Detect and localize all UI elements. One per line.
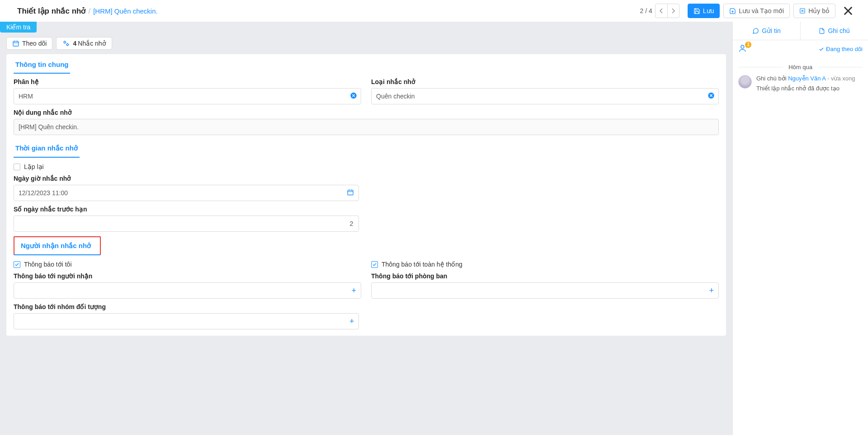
save-button[interactable]: Lưu: [688, 4, 720, 18]
plus-icon[interactable]: +: [709, 286, 714, 295]
svg-point-11: [64, 41, 66, 43]
calendar-icon: [12, 40, 19, 47]
pager-next[interactable]: [667, 4, 679, 18]
close-icon: [842, 5, 854, 17]
plus-icon[interactable]: +: [351, 286, 356, 295]
section-general[interactable]: Thông tin chung: [14, 54, 70, 74]
type-select[interactable]: Quên checkin: [371, 88, 719, 104]
check-icon: [819, 47, 824, 52]
form-card: Thông tin chung Phân hệ HRM Loại nhắc nh…: [6, 54, 726, 336]
note-prefix: Ghi chú bởi: [756, 75, 788, 82]
notify-dept-label: Thông báo tới phòng ban: [371, 272, 719, 280]
gears-icon: [62, 40, 70, 47]
notify-group-select[interactable]: +: [14, 313, 359, 329]
notify-all-label: Thông báo tới toàn hệ thống: [382, 261, 462, 268]
notify-recipient-label: Thông báo tới người nhận: [14, 272, 361, 280]
save-new-label: Lưu và Tạo mới: [739, 7, 784, 14]
day-divider: Hôm qua: [738, 63, 863, 70]
svg-point-19: [741, 45, 744, 48]
follower-avatar[interactable]: 1: [738, 44, 748, 54]
calendar-icon[interactable]: [347, 189, 354, 197]
following-label: Đang theo dõi: [826, 46, 863, 52]
datetime-value: 12/12/2023 11:00: [19, 189, 68, 197]
note-author[interactable]: Nguyễn Văn A: [788, 75, 826, 82]
content-label: Nội dung nhắc nhở: [14, 109, 719, 116]
save-icon: [693, 8, 700, 14]
save-new-icon: [729, 8, 736, 14]
breadcrumb: Thiết lập nhắc nhở / [HRM] Quên checkin.: [17, 6, 158, 16]
side-panel: Gửi tin Ghi chú 1 Đang theo dõi Hôm qua: [732, 22, 868, 435]
log-note: Ghi chú bởi Nguyễn Văn A - vừa xong Thiế…: [733, 74, 868, 93]
main-panel: Kiểm tra Theo dõi 4 Nhắc nhở Thông tin c…: [0, 22, 732, 435]
repeat-label: Lặp lại: [24, 163, 44, 170]
tab-note[interactable]: Ghi chú: [800, 22, 868, 40]
notify-group-label: Thông báo tới nhóm đối tượng: [14, 303, 359, 310]
type-value: Quên checkin: [376, 93, 415, 100]
notify-recipient-select[interactable]: +: [14, 282, 361, 299]
datetime-label: Ngày giờ nhắc nhở: [14, 175, 359, 182]
breadcrumb-sep: /: [88, 7, 90, 16]
note-icon: [819, 28, 825, 34]
svg-point-12: [67, 44, 69, 46]
days-before-value: 2: [19, 220, 353, 227]
follower-count-badge: 1: [745, 42, 751, 48]
following-link[interactable]: Đang theo dõi: [819, 46, 863, 52]
save-new-button[interactable]: Lưu và Tạo mới: [723, 4, 790, 18]
svg-rect-7: [13, 41, 19, 46]
days-before-input[interactable]: 2: [14, 216, 359, 232]
subsystem-value: HRM: [19, 93, 33, 100]
pager-text: 2 / 4: [640, 7, 652, 14]
reminders-label: Nhắc nhở: [78, 40, 106, 47]
section-recipients[interactable]: Người nhận nhắc nhở: [14, 236, 101, 255]
notify-me-checkbox[interactable]: Thông báo tới tôi: [14, 261, 361, 268]
cancel-icon: [799, 8, 806, 14]
type-label: Loại nhắc nhở: [371, 78, 719, 85]
section-time[interactable]: Thời gian nhắc nhở: [14, 138, 80, 158]
pager: 2 / 4: [640, 4, 679, 18]
pager-prev[interactable]: [656, 4, 667, 18]
checkbox-box: [14, 164, 20, 170]
checkbox-box: [371, 261, 378, 268]
breadcrumb-root: Thiết lập nhắc nhở: [17, 6, 85, 16]
clear-icon[interactable]: [350, 92, 357, 101]
tab-note-label: Ghi chú: [828, 27, 849, 34]
chat-icon: [752, 28, 759, 34]
page-header: Thiết lập nhắc nhở / [HRM] Quên checkin.…: [0, 0, 868, 22]
cancel-label: Hủy bỏ: [808, 7, 830, 14]
follow-button[interactable]: Theo dõi: [6, 37, 52, 50]
days-before-label: Số ngày nhắc trước hạn: [14, 206, 359, 213]
subsystem-label: Phân hệ: [14, 78, 361, 85]
avatar: [738, 75, 752, 89]
notify-dept-select[interactable]: +: [371, 282, 719, 299]
content-value: [HRM] Quên checkin.: [19, 123, 79, 131]
cancel-button[interactable]: Hủy bỏ: [793, 4, 835, 18]
breadcrumb-current[interactable]: [HRM] Quên checkin.: [93, 7, 158, 15]
tab-send[interactable]: Gửi tin: [733, 22, 800, 40]
note-body: Thiết lập nhắc nhở đã được tạo: [756, 84, 855, 93]
reminders-button[interactable]: 4 Nhắc nhở: [56, 37, 112, 50]
datetime-input[interactable]: 12/12/2023 11:00: [14, 185, 359, 201]
clear-icon[interactable]: [708, 92, 715, 101]
check-badge[interactable]: Kiểm tra: [0, 22, 37, 33]
tab-send-label: Gửi tin: [762, 27, 781, 34]
subsystem-select[interactable]: HRM: [14, 88, 361, 104]
day-label: Hôm qua: [783, 64, 818, 70]
follow-label: Theo dõi: [22, 40, 47, 47]
checkbox-box: [14, 261, 20, 268]
note-when: - vừa xong: [826, 75, 855, 82]
close-button[interactable]: [842, 5, 854, 17]
save-label: Lưu: [703, 7, 714, 14]
repeat-checkbox[interactable]: Lặp lại: [14, 163, 719, 170]
reminders-count: 4: [73, 40, 76, 47]
content-input[interactable]: [HRM] Quên checkin.: [14, 119, 719, 135]
plus-icon[interactable]: +: [349, 317, 354, 326]
notify-all-checkbox[interactable]: Thông báo tới toàn hệ thống: [371, 261, 719, 268]
notify-me-label: Thông báo tới tôi: [24, 261, 72, 268]
svg-rect-15: [348, 190, 353, 195]
